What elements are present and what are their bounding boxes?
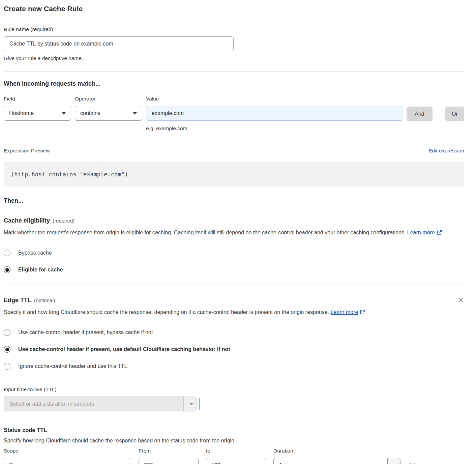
scope-select-value: Range: [9, 462, 25, 464]
match-heading: When incoming requests match...: [4, 80, 464, 87]
chevron-down-icon: [133, 112, 137, 115]
or-button[interactable]: Or: [445, 107, 464, 121]
to-select-value: 599: [211, 462, 220, 464]
create-cache-rule-page: Create new Cache Rule Rule name (require…: [0, 0, 476, 464]
field-select[interactable]: Hostname: [4, 106, 71, 121]
ttl-duration-select[interactable]: [4, 397, 197, 411]
expression-code-text: (http.host contains "example.com"): [11, 171, 128, 178]
radio-option-label: Bypass cache: [18, 250, 52, 256]
ttl-input-row: [4, 397, 464, 411]
radio-option-label: Use cache-control header if present, byp…: [18, 329, 153, 336]
section-divider: [4, 285, 464, 285]
radio-option-label: Use cache-control header if present, use…: [18, 346, 230, 352]
radio-unselected-icon[interactable]: [4, 329, 10, 336]
edge-ttl-learn-more-link[interactable]: Learn more: [331, 309, 365, 315]
operator-select[interactable]: contains: [75, 106, 142, 121]
cache-eligibility-learn-more-link[interactable]: Learn more: [407, 230, 442, 235]
duration-select-value: 1 day: [279, 462, 292, 464]
text-cursor: [199, 398, 200, 410]
edit-expression-link[interactable]: Edit expression: [428, 148, 464, 154]
duration-select[interactable]: 1 day: [273, 458, 400, 464]
ttl-input-label: Input time-to-live (TTL): [4, 386, 464, 393]
conjunction-buttons: And Or: [407, 96, 464, 132]
from-select-value: 200: [144, 462, 153, 464]
radio-option-use-header-bypass[interactable]: Use cache-control header if present, byp…: [4, 329, 464, 336]
learn-more-label: Learn more: [407, 230, 435, 235]
then-heading: Then...: [4, 197, 464, 204]
radio-option-use-header-default[interactable]: Use cache-control header if present, use…: [4, 346, 464, 353]
edge-ttl-description-text: Specify if and how long Cloudflare shoul…: [4, 309, 329, 315]
radio-option-label: Eligible for cache: [18, 267, 63, 273]
external-link-icon: [360, 310, 365, 315]
external-link-icon: [437, 230, 442, 235]
radio-unselected-icon[interactable]: [4, 363, 10, 370]
radio-option-label: Ignore cache-control header and use this…: [18, 363, 127, 369]
learn-more-label: Learn more: [331, 309, 358, 315]
scope-select[interactable]: Range: [4, 458, 131, 464]
expression-preview-label: Expression Preview: [4, 148, 50, 154]
match-condition-row: Field Hostname Operator contains Value e…: [4, 96, 464, 132]
radio-option-eligible-for-cache[interactable]: Eligible for cache: [4, 266, 464, 273]
scope-label: Scope: [4, 448, 131, 454]
operator-label: Operator: [75, 96, 142, 102]
duration-dropdown-button[interactable]: [387, 458, 400, 464]
value-hint: e.g. example.com: [146, 125, 403, 132]
expression-preview-code: (http.host contains "example.com"): [4, 162, 464, 186]
radio-unselected-icon[interactable]: [4, 250, 10, 256]
from-label: From: [139, 448, 199, 454]
edge-ttl-description: Specify if and how long Cloudflare shoul…: [4, 308, 376, 317]
edge-ttl-heading: Edge TTL: [4, 297, 31, 304]
operator-select-value: contains: [80, 110, 100, 116]
remove-status-ttl-icon[interactable]: [409, 462, 416, 464]
chevron-down-icon: [62, 112, 66, 115]
ttl-dropdown-button[interactable]: [183, 397, 196, 411]
edge-ttl-qualifier: (optional): [34, 297, 55, 303]
radio-option-ignore-header[interactable]: Ignore cache-control header and use this…: [4, 363, 464, 370]
duration-label: Duration: [273, 448, 400, 454]
radio-selected-icon[interactable]: [4, 346, 10, 353]
cache-eligibility-heading-row: Cache eligibility (required): [4, 217, 464, 224]
status-code-ttl-heading: Status code TTL: [4, 427, 464, 433]
status-code-ttl-row: Scope Range From 200 to 599 Duration: [4, 448, 464, 464]
page-title: Create new Cache Rule: [4, 5, 464, 13]
radio-option-bypass-cache[interactable]: Bypass cache: [4, 250, 464, 256]
rule-name-help: Give your rule a descriptive name.: [4, 55, 464, 61]
expression-preview-header: Expression Preview Edit expression: [4, 148, 464, 154]
cache-eligibility-description: Mark whether the request’s response from…: [4, 228, 464, 237]
field-select-value: Hostname: [9, 110, 34, 116]
rule-name-label: Rule name (required): [4, 26, 464, 32]
field-label: Field: [4, 96, 71, 102]
value-input[interactable]: [146, 106, 403, 121]
section-divider: [4, 71, 464, 71]
and-button[interactable]: And: [407, 107, 433, 121]
chevron-down-icon: [189, 403, 194, 405]
to-select[interactable]: 599: [206, 458, 266, 464]
from-select[interactable]: 200: [139, 458, 199, 464]
edge-ttl-heading-row: Edge TTL (optional): [4, 297, 464, 304]
cache-eligibility-description-text: Mark whether the request’s response from…: [4, 230, 406, 235]
close-edge-ttl-icon[interactable]: [458, 297, 464, 303]
to-label: to: [206, 448, 266, 454]
cache-eligibility-qualifier: (required): [53, 218, 75, 224]
value-label: Value: [146, 96, 403, 102]
cache-eligibility-heading: Cache eligibility: [4, 217, 50, 224]
ttl-duration-input[interactable]: [9, 401, 178, 407]
rule-name-section: Rule name (required) Give your rule a de…: [4, 26, 464, 61]
rule-name-input[interactable]: [4, 36, 234, 51]
radio-selected-icon[interactable]: [4, 266, 10, 273]
status-code-ttl-description: Specify how long Cloudflare should cache…: [4, 438, 464, 444]
